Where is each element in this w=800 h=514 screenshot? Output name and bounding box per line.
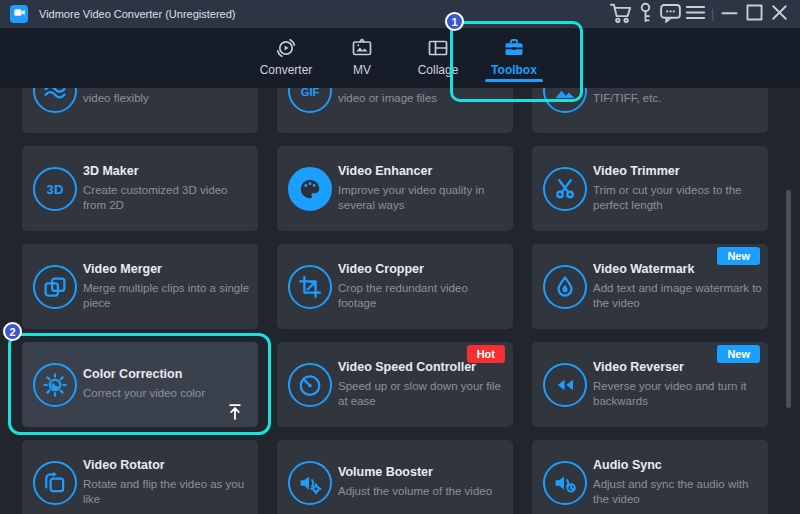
card-text: Audio SyncAdjust and sync the audio with…: [593, 458, 762, 507]
volume-booster-card[interactable]: Volume BoosterAdjust the volume of the v…: [277, 440, 513, 514]
toolbox-tab-icon: [502, 36, 526, 60]
video-reverser-icon: [543, 363, 587, 407]
card-title: Volume Booster: [338, 465, 507, 479]
card-text: Color CorrectionCorrect your video color: [83, 367, 252, 401]
card-text: Video CropperCrop the redundant video fo…: [338, 262, 507, 311]
video-trimmer-icon: [543, 167, 587, 211]
3d-maker-card[interactable]: 3D3D MakerCreate customized 3D video fro…: [22, 146, 258, 231]
card-text: Video ReverserReverse your video and tur…: [593, 360, 762, 409]
card-title: Video Rotator: [83, 458, 252, 472]
video-merger-card[interactable]: Video MergerMerge multiple clips into a …: [22, 244, 258, 329]
menu-icon[interactable]: [683, 2, 708, 26]
video-merger-icon: [33, 265, 77, 309]
video-enhancer-card[interactable]: Video EnhancerImprove your video quality…: [277, 146, 513, 231]
card-description: Speed up or slow down your file at ease: [338, 379, 507, 409]
card-text: Video RotatorRotate and flip the video a…: [83, 458, 252, 507]
card-description: Improve your video quality in several wa…: [338, 183, 507, 213]
card-title: Video Enhancer: [338, 164, 507, 178]
tab-converter[interactable]: Converter: [248, 28, 324, 88]
card-description: Adjust and sync the audio with the video: [593, 477, 762, 507]
active-tab-underline: [485, 79, 543, 82]
collage-tab-icon: [426, 36, 450, 60]
video-cropper-card[interactable]: Video CropperCrop the redundant video fo…: [277, 244, 513, 329]
card-description: Merge multiple clips into a single piece: [83, 281, 252, 311]
maximize-button[interactable]: [742, 2, 767, 26]
app-window: Vidmore Video Converter (Unregistered) |…: [0, 0, 800, 514]
volume-booster-icon: [288, 461, 332, 505]
tab-collage[interactable]: Collage: [400, 28, 476, 88]
color-correction-card[interactable]: Color CorrectionCorrect your video color: [22, 342, 258, 427]
card-description: Trim or cut your videos to the perfect l…: [593, 183, 762, 213]
card-text: Video WatermarkAdd text and image waterm…: [593, 262, 762, 311]
card-text: Video Speed ControllerSpeed up or slow d…: [338, 360, 507, 409]
color-correction-icon: [33, 363, 77, 407]
tab-mv[interactable]: MV: [324, 28, 400, 88]
converter-tab-icon: [274, 36, 298, 60]
video-enhancer-icon: [288, 167, 332, 211]
card-title: Video Trimmer: [593, 164, 762, 178]
card-description: Correct your video color: [83, 386, 252, 401]
tab-label: Toolbox: [491, 63, 537, 77]
badge-new: New: [717, 345, 760, 363]
vertical-scrollbar[interactable]: [786, 190, 791, 408]
card-title: Color Correction: [83, 367, 252, 381]
video-cropper-icon: [288, 265, 332, 309]
cart-icon[interactable]: [608, 2, 633, 26]
audio-sync-card[interactable]: Audio SyncAdjust and sync the audio with…: [532, 440, 768, 514]
window-title: Vidmore Video Converter (Unregistered): [39, 8, 235, 20]
video-rotator-icon: [33, 461, 77, 505]
callout-step-2-badge: 2: [3, 322, 22, 341]
close-button[interactable]: [767, 2, 792, 26]
card-title: Video Cropper: [338, 262, 507, 276]
card-title: 3D Maker: [83, 164, 252, 178]
card-description: Create customized 3D video from 2D: [83, 183, 252, 213]
video-watermark-card[interactable]: Video WatermarkAdd text and image waterm…: [532, 244, 768, 329]
card-text: 3D MakerCreate customized 3D video from …: [83, 164, 252, 213]
card-description: Rotate and flip the video as you like: [83, 477, 252, 507]
tab-toolbox[interactable]: Toolbox: [476, 28, 552, 88]
video-trimmer-card[interactable]: Video TrimmerTrim or cut your videos to …: [532, 146, 768, 231]
audio-sync-icon: [543, 461, 587, 505]
mv-tab-icon: [350, 36, 374, 60]
3d-maker-icon: 3D: [33, 167, 77, 211]
callout-step-1-badge: 1: [445, 12, 464, 31]
open-tool-arrow-icon[interactable]: [225, 402, 245, 422]
main-nav: ConverterMVCollageToolbox: [0, 28, 800, 88]
speed-controller-icon: [288, 363, 332, 407]
card-text: Video MergerMerge multiple clips into a …: [83, 262, 252, 311]
tab-label: MV: [353, 63, 371, 77]
minimize-button[interactable]: [717, 2, 742, 26]
card-description: Add text and image watermark to the vide…: [593, 281, 762, 311]
titlebar-separator: |: [711, 7, 714, 21]
feedback-icon[interactable]: [658, 2, 683, 26]
titlebar: Vidmore Video Converter (Unregistered) |: [0, 0, 800, 28]
video-watermark-icon: [543, 265, 587, 309]
card-text: Volume BoosterAdjust the volume of the v…: [338, 465, 507, 499]
svg-text:3D: 3D: [47, 182, 64, 197]
tab-label: Converter: [260, 63, 313, 77]
card-title: Video Merger: [83, 262, 252, 276]
badge-new: New: [717, 247, 760, 265]
video-reverser-card[interactable]: Video ReverserReverse your video and tur…: [532, 342, 768, 427]
app-logo-icon: [10, 5, 28, 23]
tab-label: Collage: [418, 63, 459, 77]
toolbox-grid: Remove the watermark from the video flex…: [22, 48, 768, 514]
video-rotator-card[interactable]: Video RotatorRotate and flip the video a…: [22, 440, 258, 514]
card-description: Reverse your video and turn it backwards: [593, 379, 762, 409]
badge-hot: Hot: [467, 345, 505, 363]
card-text: Video EnhancerImprove your video quality…: [338, 164, 507, 213]
card-text: Video TrimmerTrim or cut your videos to …: [593, 164, 762, 213]
card-description: Adjust the volume of the video: [338, 484, 507, 499]
titlebar-controls: |: [608, 2, 800, 26]
card-title: Audio Sync: [593, 458, 762, 472]
card-description: Crop the redundant video footage: [338, 281, 507, 311]
register-key-icon[interactable]: [633, 2, 658, 26]
speed-controller-card[interactable]: Video Speed ControllerSpeed up or slow d…: [277, 342, 513, 427]
